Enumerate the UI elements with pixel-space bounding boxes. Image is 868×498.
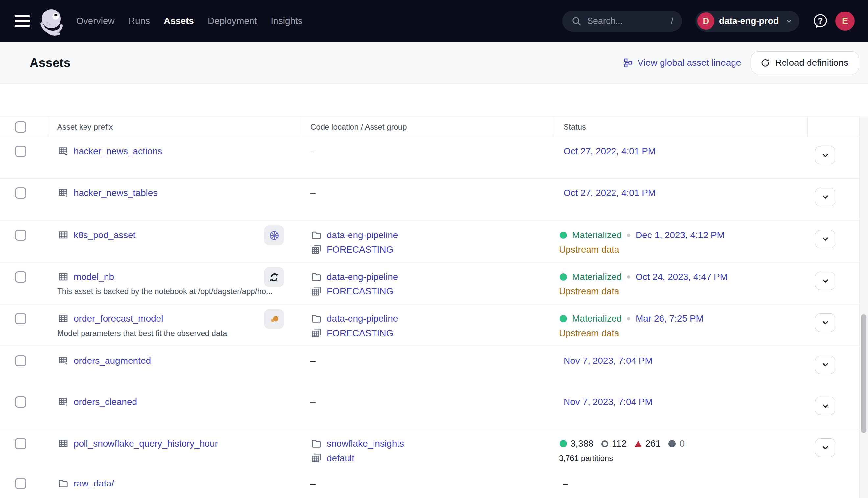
asset-group-link[interactable]: FORECASTING [327,245,393,255]
code-location-link[interactable]: data-eng-pipeline [327,230,398,240]
status-label: Materialized [572,230,622,240]
separator-dot [627,234,630,237]
table-row: orders_cleaned – Nov 7, 2023, 7:04 PM [0,388,859,429]
upstream-data-tag[interactable]: Upstream data [559,245,619,255]
materialization-date-link[interactable]: Nov 7, 2023, 7:04 PM [563,356,653,366]
select-all-checkbox[interactable] [15,121,26,133]
row-checkbox[interactable] [15,313,26,324]
table-row: orders_augmented – Nov 7, 2023, 7:04 PM [0,346,859,388]
partitions-label: 3,761 partitions [559,454,613,463]
asset-description: This asset is backed by the notebook at … [57,287,272,296]
failed-count[interactable]: 261 [635,438,661,449]
materialization-date-link[interactable]: Oct 27, 2022, 4:01 PM [563,146,656,157]
grid-icon [57,438,69,450]
grid-sparkle-icon [57,355,69,367]
menu-icon[interactable] [15,15,30,27]
materialization-date-link[interactable]: Oct 24, 2023, 4:47 PM [636,272,727,282]
empty-value: – [310,478,316,489]
asset-link[interactable]: hacker_news_tables [74,188,158,198]
materialized-count[interactable]: 3,388 [560,438,593,449]
upstream-data-tag[interactable]: Upstream data [559,328,619,339]
row-expand-button[interactable] [815,313,836,332]
asset-link[interactable]: orders_cleaned [74,397,137,407]
assets-page: Overview Runs Assets Deployment Insights… [0,0,868,498]
row-checkbox[interactable] [15,146,26,157]
separator-dot [627,317,630,320]
row-checkbox[interactable] [15,478,26,489]
upstream-data-tag[interactable]: Upstream data [559,286,619,297]
materialized-dot-icon [560,315,567,322]
asset-link[interactable]: k8s_pod_asset [74,230,135,240]
row-checkbox[interactable] [15,355,26,366]
empty-value: – [563,478,568,489]
top-nav: Overview Runs Assets Deployment Insights… [0,0,868,42]
empty-value: – [310,356,316,366]
asset-group-icon [310,327,322,339]
nav-assets[interactable]: Assets [164,16,194,26]
folder-icon [310,271,322,283]
code-location-link[interactable]: snowflake_insights [327,438,404,449]
user-avatar[interactable]: E [836,12,855,30]
table-row: hacker_news_actions – Oct 27, 2022, 4:01… [0,137,859,179]
missing-dot-icon [668,440,676,447]
row-checkbox[interactable] [15,230,26,241]
column-header-asset-key: Asset key prefix [57,117,113,137]
row-expand-button[interactable] [815,146,836,165]
nav-insights[interactable]: Insights [271,16,303,26]
asset-link[interactable]: poll_snowflake_query_history_hour [74,438,218,449]
materialization-date-link[interactable]: Mar 26, 7:25 PM [636,313,704,324]
missing-count[interactable]: 0 [668,438,684,449]
materialization-date-link[interactable]: Dec 1, 2023, 4:12 PM [636,230,725,240]
asset-group-link[interactable]: FORECASTING [327,328,393,339]
noteable-icon [264,267,284,287]
row-checkbox[interactable] [15,438,26,449]
asset-group-link[interactable]: default [327,453,355,463]
table-row: hacker_news_tables – Oct 27, 2022, 4:01 … [0,179,859,220]
materialized-dot-icon [560,440,567,447]
status-label: Materialized [572,272,622,282]
orange-dots-icon [264,309,284,329]
row-checkbox[interactable] [15,187,26,199]
asset-link[interactable]: model_nb [74,272,114,282]
chevron-down-icon [785,17,793,25]
row-expand-button[interactable] [815,438,836,457]
materialization-date-link[interactable]: Nov 7, 2023, 7:04 PM [563,397,653,407]
folder-icon [310,438,322,450]
row-expand-button[interactable] [815,356,836,374]
deployment-name: data-eng-prod [719,16,780,26]
materialized-dot-icon [560,273,567,280]
empty-value: – [310,397,316,407]
observed-count[interactable]: 112 [601,438,627,449]
asset-folder-link[interactable]: raw_data/ [74,478,114,489]
asset-group-link[interactable]: FORECASTING [327,286,393,297]
row-checkbox[interactable] [15,271,26,283]
asset-link[interactable]: hacker_news_actions [74,146,162,157]
nav-overview[interactable]: Overview [76,16,115,26]
row-checkbox[interactable] [15,396,26,408]
help-icon[interactable]: ? [813,13,828,29]
table-header: Asset key prefix Code location / Asset g… [0,117,859,137]
table-row: order_forecast_model Model parameters th… [0,304,859,346]
row-expand-button[interactable] [815,272,836,290]
search-input[interactable]: Search... / [562,11,682,31]
asset-link[interactable]: order_forecast_model [74,313,163,324]
reload-icon [761,58,770,68]
nav-deployment[interactable]: Deployment [208,16,257,26]
code-location-link[interactable]: data-eng-pipeline [327,272,398,282]
row-expand-button[interactable] [815,397,836,415]
lineage-graph-icon [623,57,633,68]
scrollbar-thumb[interactable] [861,314,866,433]
code-location-link[interactable]: data-eng-pipeline [327,313,398,324]
materialization-date-link[interactable]: Oct 27, 2022, 4:01 PM [563,188,656,198]
asset-description: Model parameters that best fit the obser… [57,329,227,338]
row-expand-button[interactable] [815,230,836,248]
row-expand-button[interactable] [815,188,836,206]
deployment-switcher[interactable]: D data-eng-prod [695,11,799,31]
dagster-logo-icon[interactable] [36,5,68,37]
reload-definitions-button[interactable]: Reload definitions [751,51,859,74]
nav-runs[interactable]: Runs [129,16,150,26]
grid-sparkle-icon [57,396,69,408]
asset-link[interactable]: orders_augmented [74,356,151,366]
asset-group-icon [310,452,322,464]
view-global-asset-lineage-link[interactable]: View global asset lineage [623,57,741,68]
